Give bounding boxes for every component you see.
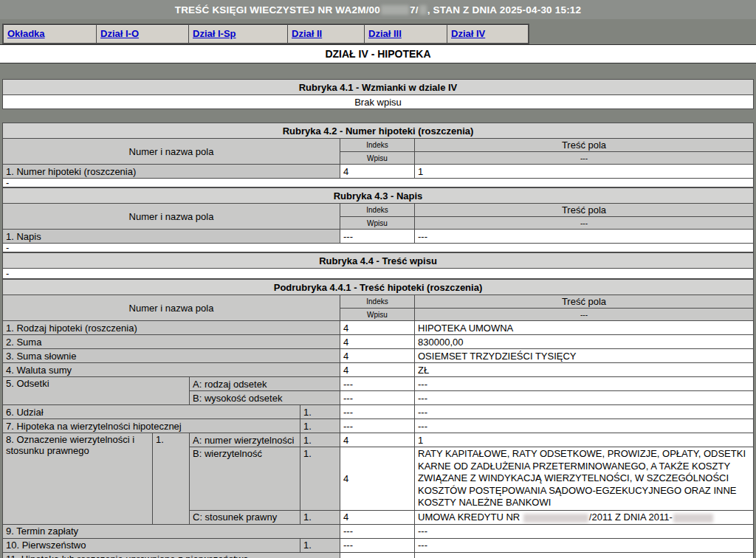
podrubryka-4-4-1-title: Podrubryka 4.4.1 - Treść hipoteki (roszc…	[3, 280, 754, 295]
redacted-area	[381, 5, 409, 15]
rubryka-4-2-title: Rubryka 4.2 - Numer hipoteki (roszczenia…	[3, 123, 754, 139]
field-indeks: 4	[340, 165, 415, 179]
rubryka-4-1-content: Brak wpisu	[3, 95, 754, 109]
rubryka-4-1-table: Rubryka 4.1 - Wzmianki w dziale IV Brak …	[2, 79, 754, 109]
column-header-field: Numer i nazwa pola	[3, 295, 340, 321]
column-header-wpisu: Wpisu	[340, 152, 415, 165]
tab-dzial-ii-link[interactable]: Dział II	[292, 28, 322, 39]
field-number: 1.	[153, 433, 190, 525]
field-value: ---	[415, 419, 754, 433]
column-header-indeks: Indeks	[340, 204, 415, 217]
document-title-bar: TREŚĆ KSIĘGI WIECZYSTEJ NR WA2M/007/, ST…	[0, 0, 756, 19]
credit-agreement-prefix: UMOWA KREDYTU NR	[418, 512, 523, 523]
tab-dzial-ii[interactable]: Dział II	[288, 25, 365, 43]
field-label: 3. Suma słownie	[3, 349, 340, 363]
rubryka-4-2-table: Rubryka 4.2 - Numer hipoteki (roszczenia…	[2, 123, 754, 187]
column-header-empty: ---	[415, 217, 754, 230]
column-header-field: Numer i nazwa pola	[3, 139, 340, 165]
document-title-mid: 7/	[410, 4, 419, 16]
column-header-wpisu: Wpisu	[340, 309, 415, 321]
section-tab-bar: Okładka Dział I-O Dział I-Sp Dział II Dz…	[2, 24, 529, 44]
subfield-label: B: wierzytelność	[190, 447, 300, 511]
column-header-tresc: Treść pola	[415, 204, 754, 217]
tab-dzial-iii-link[interactable]: Dział III	[368, 28, 402, 39]
separator-row: -	[3, 244, 754, 252]
field-value: ---	[415, 391, 754, 405]
field-indeks: ---	[340, 552, 415, 558]
redacted-area	[523, 514, 588, 523]
tab-okladka-link[interactable]: Okładka	[7, 28, 45, 39]
document-title-suffix: , STAN Z DNIA 2025-04-30 15:12	[427, 4, 582, 16]
field-indeks: ---	[340, 391, 415, 405]
field-indeks: 4	[340, 447, 415, 511]
field-value: UMOWA KREDYTU NR /2011 Z DNIA 2011-	[415, 510, 754, 524]
field-label: 2. Suma	[3, 335, 340, 349]
rubryka-4-3-table: Rubryka 4.3 - Napis Numer i nazwa pola I…	[2, 187, 754, 252]
tab-dzial-i-o-link[interactable]: Dział I-O	[100, 28, 139, 39]
podrubryka-4-4-1-table: Podrubryka 4.4.1 - Treść hipoteki (roszc…	[2, 279, 754, 558]
field-value: HIPOTEKA UMOWNA	[415, 321, 754, 335]
field-value: 1	[415, 433, 754, 447]
field-number: 1.	[300, 405, 340, 419]
subfield-number: 1.	[300, 447, 340, 511]
field-value: RATY KAPITAŁOWE, RATY ODSETKOWE, PROWIZJ…	[415, 447, 754, 511]
tab-dzial-i-sp-link[interactable]: Dział I-Sp	[193, 28, 236, 39]
field-value: OSIEMSET TRZYDZIEŚCI TYSIĘCY	[415, 349, 754, 363]
field-indeks: ---	[340, 419, 415, 433]
field-label: 7. Hipoteka na wierzytelności hipoteczne…	[3, 419, 300, 433]
redacted-area	[673, 514, 713, 523]
credit-agreement-mid: /2011 Z DNIA 2011-	[589, 512, 673, 523]
field-indeks: ---	[340, 230, 415, 244]
tab-okladka[interactable]: Okładka	[4, 25, 97, 43]
subfield-number: 1.	[300, 433, 340, 447]
field-value: ---	[415, 552, 754, 558]
tab-dzial-i-o[interactable]: Dział I-O	[97, 25, 189, 43]
document-title-prefix: TREŚĆ KSIĘGI WIECZYSTEJ NR WA2M/00	[175, 4, 380, 16]
field-indeks: ---	[340, 538, 415, 552]
rubryka-4-3-title: Rubryka 4.3 - Napis	[3, 188, 754, 204]
column-header-tresc: Treść pola	[415, 295, 754, 309]
subfield-label: A: rodzaj odsetek	[190, 377, 340, 391]
rubryka-4-4-title: Rubryka 4.4 - Treść wpisu	[3, 253, 754, 269]
field-indeks: 4	[340, 433, 415, 447]
column-header-field: Numer i nazwa pola	[3, 204, 340, 230]
spacer	[0, 109, 756, 123]
spacer	[0, 63, 756, 79]
dzial-iv-header: DZIAŁ IV - HIPOTEKA	[0, 44, 756, 63]
subfield-label: C: stosunek prawny	[190, 510, 300, 524]
field-indeks: 4	[340, 363, 415, 377]
field-indeks: 4	[340, 510, 415, 524]
subfield-number: 1.	[300, 510, 340, 524]
tab-dzial-i-sp[interactable]: Dział I-Sp	[189, 25, 288, 43]
field-label: 11. Hipoteka lub roszczenie uprawnione z…	[3, 552, 340, 558]
field-indeks: ---	[340, 405, 415, 419]
separator-row: -	[3, 269, 754, 279]
rubryka-4-1-title: Rubryka 4.1 - Wzmianki w dziale IV	[3, 80, 754, 95]
column-header-empty: ---	[415, 309, 754, 321]
field-label: 6. Udział	[3, 405, 300, 419]
field-label: 5. Odsetki	[3, 377, 190, 405]
field-value: 830000,00	[415, 335, 754, 349]
field-label: 1. Numer hipoteki (roszczenia)	[3, 165, 340, 179]
tab-dzial-iii[interactable]: Dział III	[365, 25, 447, 43]
redacted-area	[419, 5, 427, 15]
column-header-indeks: Indeks	[340, 139, 415, 152]
field-value: ZŁ	[415, 363, 754, 377]
separator-row: -	[3, 179, 754, 187]
tab-dzial-iv-link[interactable]: Dział IV	[451, 28, 485, 39]
field-label: 1. Napis	[3, 230, 340, 244]
rubryka-4-4-table: Rubryka 4.4 - Treść wpisu -	[2, 252, 754, 279]
field-label: 1. Rodzaj hipoteki (roszczenia)	[3, 321, 340, 335]
field-indeks: 4	[340, 349, 415, 363]
field-indeks: 4	[340, 335, 415, 349]
field-value: ---	[415, 524, 754, 538]
field-label: 4. Waluta sumy	[3, 363, 340, 377]
tab-dzial-iv[interactable]: Dział IV	[447, 25, 528, 43]
field-value: 1	[415, 165, 754, 179]
column-header-empty: ---	[415, 152, 754, 165]
field-indeks: 4	[340, 321, 415, 335]
field-label: 10. Pierwszeństwo	[3, 538, 300, 552]
column-header-wpisu: Wpisu	[340, 217, 415, 230]
column-header-indeks: Indeks	[340, 295, 415, 309]
field-value: ---	[415, 377, 754, 391]
